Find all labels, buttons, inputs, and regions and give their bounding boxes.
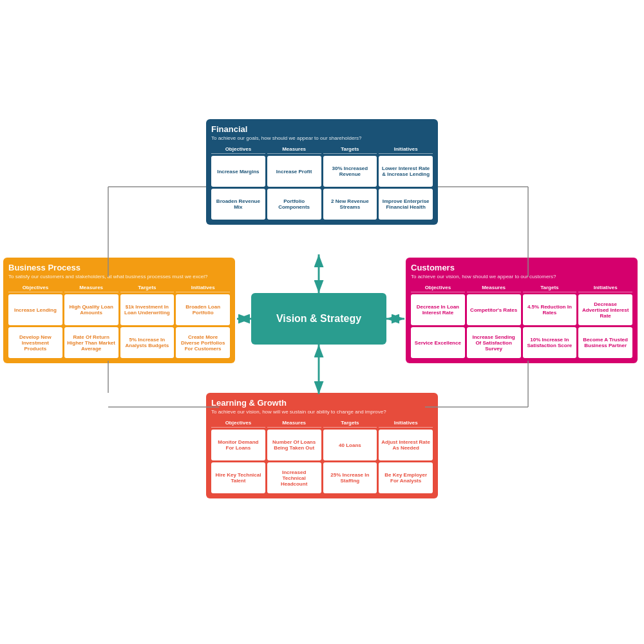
customers-subtitle: To achieve our vision, how should we app…: [411, 274, 632, 279]
learning-cell-3: Adjust Interest Rate As Needed: [379, 430, 433, 460]
business-col-0: Objectives: [8, 283, 62, 292]
business-title: Business Process: [8, 263, 230, 272]
customers-grid: Decrease In Loan Interest Rate Competito…: [411, 294, 632, 358]
customers-col-headers: Objectives Measures Targets Initiatives: [411, 283, 632, 292]
business-col-1: Measures: [64, 283, 118, 292]
customers-cell-5: Increase Sending Of Satisfaction Survey: [467, 327, 521, 358]
learning-cell-1: Number Of Loans Being Taken Out: [267, 430, 321, 460]
customers-cell-4: Service Excellence: [411, 327, 465, 358]
business-cell-3: Broaden Loan Portfolio: [176, 294, 230, 325]
financial-cell-0: Increase Margins: [211, 156, 265, 187]
customers-cell-2: 4.5% Reduction In Rates: [523, 294, 577, 325]
financial-cell-1: Increase Profit: [267, 156, 321, 187]
learning-col-0: Objectives: [211, 419, 265, 428]
learning-cell-4: Hire Key Technical Talent: [211, 462, 265, 493]
learning-cell-0: Monitor Demand For Loans: [211, 430, 265, 460]
business-cell-1: High Quality Loan Amounts: [64, 294, 118, 325]
customers-cell-7: Become A Trusted Business Partner: [578, 327, 632, 358]
learning-col-1: Measures: [267, 419, 321, 428]
financial-cell-5: Portfolio Components: [267, 189, 321, 220]
business-grid: Increase Lending High Quality Loan Amoun…: [8, 294, 230, 358]
business-cell-4: Develop New Investment Products: [8, 327, 62, 358]
learning-col-headers: Objectives Measures Targets Initiatives: [211, 419, 433, 428]
financial-col-0: Objectives: [211, 145, 265, 154]
business-cell-7: Create More Diverse Portfolios For Custo…: [176, 327, 230, 358]
business-cell-2: $1k Investment In Loan Underwriting: [120, 294, 175, 325]
customers-col-0: Objectives: [411, 283, 465, 292]
learning-col-3: Initiatives: [379, 419, 433, 428]
customers-cell-1: Competitor's Rates: [467, 294, 521, 325]
customers-col-2: Targets: [523, 283, 577, 292]
business-col-3: Initiatives: [176, 283, 230, 292]
financial-panel: Financial To achieve our goals, how shou…: [206, 119, 438, 225]
learning-title: Learning & Growth: [211, 398, 433, 408]
learning-cell-2: 40 Loans: [323, 430, 377, 460]
vision-label: Vision & Strategy: [276, 313, 361, 325]
customers-cell-0: Decrease In Loan Interest Rate: [411, 294, 465, 325]
financial-col-2: Targets: [323, 145, 377, 154]
customers-cell-6: 10% Increase In Satisfaction Score: [523, 327, 577, 358]
learning-col-2: Targets: [323, 419, 377, 428]
customers-panel: Customers To achieve our vision, how sho…: [406, 258, 638, 363]
financial-grid: Increase Margins Increase Profit 30% Inc…: [211, 156, 433, 220]
customers-col-1: Measures: [467, 283, 521, 292]
business-panel: Business Process To satisfy our customer…: [3, 258, 235, 363]
financial-col-headers: Objectives Measures Targets Initiatives: [211, 145, 433, 154]
business-cell-0: Increase Lending: [8, 294, 62, 325]
business-cell-5: Rate Of Return Higher Than Market Averag…: [64, 327, 118, 358]
financial-cell-7: Improve Enterprise Financial Health: [379, 189, 433, 220]
business-cell-6: 5% Increase In Analysts Budgets: [120, 327, 175, 358]
financial-col-3: Initiatives: [379, 145, 433, 154]
business-col-headers: Objectives Measures Targets Initiatives: [8, 283, 230, 292]
customers-col-3: Initiatives: [578, 283, 632, 292]
learning-panel: Learning & Growth To achieve our vision,…: [206, 393, 438, 498]
learning-cell-6: 25% Increase In Staffing: [323, 462, 377, 493]
financial-cell-3: Lower Interest Rate & Increase Lending: [379, 156, 433, 187]
financial-col-1: Measures: [267, 145, 321, 154]
financial-cell-2: 30% Increased Revenue: [323, 156, 377, 187]
financial-cell-4: Broaden Revenue Mix: [211, 189, 265, 220]
financial-title: Financial: [211, 124, 433, 134]
customers-cell-3: Decrease Advertised Interest Rate: [578, 294, 632, 325]
business-col-2: Targets: [120, 283, 175, 292]
learning-cell-7: Be Key Employer For Analysts: [379, 462, 433, 493]
learning-cell-5: Increased Technical Headcount: [267, 462, 321, 493]
learning-grid: Monitor Demand For Loans Number Of Loans…: [211, 430, 433, 493]
business-subtitle: To satisfy our customers and stakeholder…: [8, 274, 230, 279]
vision-strategy-box: Vision & Strategy: [251, 293, 386, 345]
canvas: Vision & Strategy Financial To achieve o…: [0, 0, 644, 644]
learning-subtitle: To achieve our vision, how will we susta…: [211, 409, 433, 415]
financial-subtitle: To achieve our goals, how should we appe…: [211, 135, 433, 141]
financial-cell-6: 2 New Revenue Streams: [323, 189, 377, 220]
customers-title: Customers: [411, 263, 632, 272]
